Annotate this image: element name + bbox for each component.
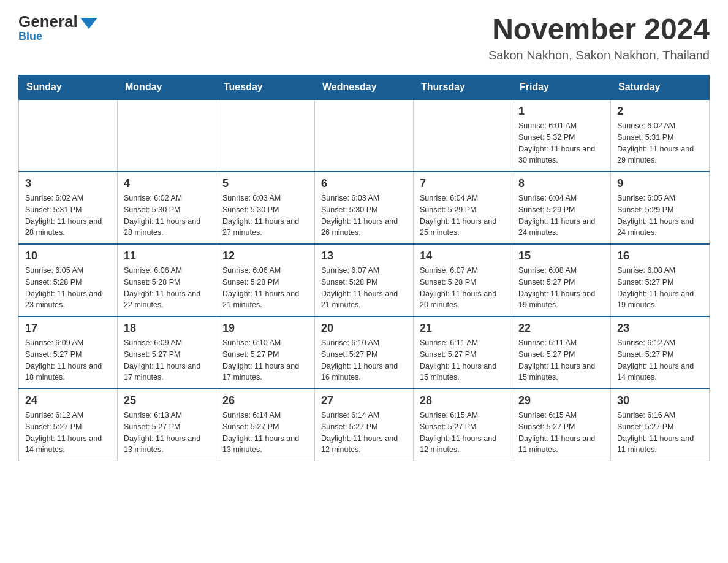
day-number: 24 bbox=[25, 394, 111, 407]
calendar-cell: 20Sunrise: 6:10 AM Sunset: 5:27 PM Dayli… bbox=[315, 316, 414, 389]
calendar-cell: 5Sunrise: 6:03 AM Sunset: 5:30 PM Daylig… bbox=[216, 172, 315, 244]
day-number: 2 bbox=[617, 105, 703, 118]
day-info: Sunrise: 6:07 AM Sunset: 5:28 PM Dayligh… bbox=[321, 265, 407, 311]
day-number: 8 bbox=[518, 177, 604, 190]
day-info: Sunrise: 6:11 AM Sunset: 5:27 PM Dayligh… bbox=[420, 337, 506, 383]
calendar-cell: 4Sunrise: 6:02 AM Sunset: 5:30 PM Daylig… bbox=[118, 172, 216, 244]
day-info: Sunrise: 6:05 AM Sunset: 5:29 PM Dayligh… bbox=[617, 193, 703, 239]
page-subtitle: Sakon Nakhon, Sakon Nakhon, Thailand bbox=[488, 48, 710, 63]
day-info: Sunrise: 6:12 AM Sunset: 5:27 PM Dayligh… bbox=[617, 337, 703, 383]
day-info: Sunrise: 6:11 AM Sunset: 5:27 PM Dayligh… bbox=[518, 337, 604, 383]
day-number: 9 bbox=[617, 177, 703, 190]
calendar-cell: 8Sunrise: 6:04 AM Sunset: 5:29 PM Daylig… bbox=[512, 172, 611, 244]
page-title: November 2024 bbox=[488, 12, 710, 46]
day-info: Sunrise: 6:05 AM Sunset: 5:28 PM Dayligh… bbox=[25, 265, 111, 311]
calendar-cell: 7Sunrise: 6:04 AM Sunset: 5:29 PM Daylig… bbox=[414, 172, 512, 244]
calendar-cell: 26Sunrise: 6:14 AM Sunset: 5:27 PM Dayli… bbox=[216, 389, 315, 461]
calendar-cell: 10Sunrise: 6:05 AM Sunset: 5:28 PM Dayli… bbox=[19, 244, 118, 316]
calendar-cell: 18Sunrise: 6:09 AM Sunset: 5:27 PM Dayli… bbox=[118, 316, 216, 389]
day-number: 25 bbox=[124, 394, 210, 407]
calendar-cell: 22Sunrise: 6:11 AM Sunset: 5:27 PM Dayli… bbox=[512, 316, 611, 389]
calendar-cell: 11Sunrise: 6:06 AM Sunset: 5:28 PM Dayli… bbox=[118, 244, 216, 316]
calendar-cell bbox=[19, 99, 118, 172]
day-info: Sunrise: 6:12 AM Sunset: 5:27 PM Dayligh… bbox=[25, 410, 111, 456]
calendar-week-row: 24Sunrise: 6:12 AM Sunset: 5:27 PM Dayli… bbox=[19, 389, 710, 461]
day-number: 30 bbox=[617, 394, 703, 407]
day-number: 12 bbox=[222, 250, 308, 262]
calendar-cell: 3Sunrise: 6:02 AM Sunset: 5:31 PM Daylig… bbox=[19, 172, 118, 244]
calendar-header: SundayMondayTuesdayWednesdayThursdayFrid… bbox=[19, 75, 710, 100]
calendar-body: 1Sunrise: 6:01 AM Sunset: 5:32 PM Daylig… bbox=[19, 99, 710, 461]
calendar-cell bbox=[414, 99, 512, 172]
title-section: November 2024 Sakon Nakhon, Sakon Nakhon… bbox=[488, 12, 710, 63]
day-header-tuesday: Tuesday bbox=[216, 75, 315, 100]
calendar-cell: 12Sunrise: 6:06 AM Sunset: 5:28 PM Dayli… bbox=[216, 244, 315, 316]
day-number: 3 bbox=[25, 177, 111, 190]
day-number: 29 bbox=[518, 394, 604, 407]
day-header-thursday: Thursday bbox=[414, 75, 512, 100]
day-number: 10 bbox=[25, 250, 111, 262]
day-number: 15 bbox=[518, 250, 604, 262]
calendar-cell: 13Sunrise: 6:07 AM Sunset: 5:28 PM Dayli… bbox=[315, 244, 414, 316]
day-info: Sunrise: 6:15 AM Sunset: 5:27 PM Dayligh… bbox=[518, 410, 604, 456]
day-info: Sunrise: 6:03 AM Sunset: 5:30 PM Dayligh… bbox=[222, 193, 308, 239]
day-number: 20 bbox=[321, 322, 407, 335]
calendar-cell: 27Sunrise: 6:14 AM Sunset: 5:27 PM Dayli… bbox=[315, 389, 414, 461]
day-header-friday: Friday bbox=[512, 75, 611, 100]
day-number: 5 bbox=[222, 177, 308, 190]
calendar-cell: 1Sunrise: 6:01 AM Sunset: 5:32 PM Daylig… bbox=[512, 99, 611, 172]
day-header-sunday: Sunday bbox=[19, 75, 118, 100]
calendar-table: SundayMondayTuesdayWednesdayThursdayFrid… bbox=[18, 75, 710, 461]
calendar-cell: 19Sunrise: 6:10 AM Sunset: 5:27 PM Dayli… bbox=[216, 316, 315, 389]
calendar-week-row: 10Sunrise: 6:05 AM Sunset: 5:28 PM Dayli… bbox=[19, 244, 710, 316]
calendar-cell: 21Sunrise: 6:11 AM Sunset: 5:27 PM Dayli… bbox=[414, 316, 512, 389]
day-info: Sunrise: 6:02 AM Sunset: 5:31 PM Dayligh… bbox=[25, 193, 111, 239]
day-info: Sunrise: 6:06 AM Sunset: 5:28 PM Dayligh… bbox=[124, 265, 210, 311]
logo-main: General bbox=[18, 12, 97, 31]
calendar-cell: 2Sunrise: 6:02 AM Sunset: 5:31 PM Daylig… bbox=[611, 99, 710, 172]
day-info: Sunrise: 6:16 AM Sunset: 5:27 PM Dayligh… bbox=[617, 410, 703, 456]
calendar-cell: 17Sunrise: 6:09 AM Sunset: 5:27 PM Dayli… bbox=[19, 316, 118, 389]
day-info: Sunrise: 6:08 AM Sunset: 5:27 PM Dayligh… bbox=[518, 265, 604, 311]
day-number: 19 bbox=[222, 322, 308, 335]
day-number: 4 bbox=[124, 177, 210, 190]
calendar-cell: 6Sunrise: 6:03 AM Sunset: 5:30 PM Daylig… bbox=[315, 172, 414, 244]
calendar-cell: 29Sunrise: 6:15 AM Sunset: 5:27 PM Dayli… bbox=[512, 389, 611, 461]
day-number: 7 bbox=[420, 177, 506, 190]
calendar-cell: 23Sunrise: 6:12 AM Sunset: 5:27 PM Dayli… bbox=[611, 316, 710, 389]
day-info: Sunrise: 6:09 AM Sunset: 5:27 PM Dayligh… bbox=[124, 337, 210, 383]
calendar-cell bbox=[216, 99, 315, 172]
calendar-cell: 25Sunrise: 6:13 AM Sunset: 5:27 PM Dayli… bbox=[118, 389, 216, 461]
calendar-week-row: 1Sunrise: 6:01 AM Sunset: 5:32 PM Daylig… bbox=[19, 99, 710, 172]
day-info: Sunrise: 6:15 AM Sunset: 5:27 PM Dayligh… bbox=[420, 410, 506, 456]
day-info: Sunrise: 6:01 AM Sunset: 5:32 PM Dayligh… bbox=[518, 120, 604, 166]
calendar-week-row: 17Sunrise: 6:09 AM Sunset: 5:27 PM Dayli… bbox=[19, 316, 710, 389]
day-info: Sunrise: 6:07 AM Sunset: 5:28 PM Dayligh… bbox=[420, 265, 506, 311]
day-number: 1 bbox=[518, 105, 604, 118]
day-number: 16 bbox=[617, 250, 703, 262]
calendar-cell: 15Sunrise: 6:08 AM Sunset: 5:27 PM Dayli… bbox=[512, 244, 611, 316]
day-number: 23 bbox=[617, 322, 703, 335]
calendar-cell: 24Sunrise: 6:12 AM Sunset: 5:27 PM Dayli… bbox=[19, 389, 118, 461]
calendar-cell: 28Sunrise: 6:15 AM Sunset: 5:27 PM Dayli… bbox=[414, 389, 512, 461]
day-info: Sunrise: 6:03 AM Sunset: 5:30 PM Dayligh… bbox=[321, 193, 407, 239]
calendar-cell: 9Sunrise: 6:05 AM Sunset: 5:29 PM Daylig… bbox=[611, 172, 710, 244]
day-number: 6 bbox=[321, 177, 407, 190]
day-info: Sunrise: 6:02 AM Sunset: 5:31 PM Dayligh… bbox=[617, 120, 703, 166]
day-info: Sunrise: 6:02 AM Sunset: 5:30 PM Dayligh… bbox=[124, 193, 210, 239]
day-info: Sunrise: 6:04 AM Sunset: 5:29 PM Dayligh… bbox=[518, 193, 604, 239]
day-info: Sunrise: 6:06 AM Sunset: 5:28 PM Dayligh… bbox=[222, 265, 308, 311]
day-number: 26 bbox=[222, 394, 308, 407]
day-header-wednesday: Wednesday bbox=[315, 75, 414, 100]
calendar-cell: 30Sunrise: 6:16 AM Sunset: 5:27 PM Dayli… bbox=[611, 389, 710, 461]
day-info: Sunrise: 6:10 AM Sunset: 5:27 PM Dayligh… bbox=[321, 337, 407, 383]
day-number: 14 bbox=[420, 250, 506, 262]
day-header-monday: Monday bbox=[118, 75, 216, 100]
day-header-saturday: Saturday bbox=[611, 75, 710, 100]
page-header: General Blue November 2024 Sakon Nakhon,… bbox=[18, 12, 710, 63]
day-number: 28 bbox=[420, 394, 506, 407]
day-number: 17 bbox=[25, 322, 111, 335]
day-number: 18 bbox=[124, 322, 210, 335]
logo-general-text: General bbox=[18, 12, 78, 31]
logo: General Blue bbox=[18, 12, 97, 43]
